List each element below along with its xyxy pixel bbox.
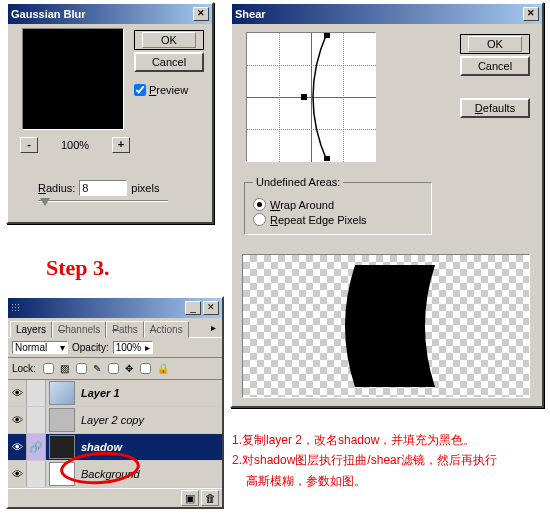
layer-name[interactable]: Layer 1	[78, 387, 222, 399]
dialog-title: Shear	[235, 8, 266, 20]
layer-row[interactable]: 👁 Layer 1	[8, 380, 222, 407]
layer-footer: ▣ 🗑	[8, 488, 222, 507]
repeat-edge-radio[interactable]: Repeat Edge Pixels	[253, 213, 423, 226]
link-cell[interactable]	[27, 380, 46, 406]
link-cell[interactable]	[27, 407, 46, 433]
layer-name[interactable]: Layer 2 copy	[78, 414, 222, 426]
shear-preview	[242, 254, 530, 398]
group-label: Undefined Areas:	[253, 176, 343, 188]
gaussian-blur-dialog: Gaussian Blur ✕ OK Cancel Preview - 100%…	[6, 2, 214, 224]
instruction-line: 高斯模糊，参数如图。	[232, 471, 542, 491]
dialog-title: Gaussian Blur	[11, 8, 86, 20]
svg-rect-2	[324, 156, 330, 161]
layer-name[interactable]: Background	[78, 468, 222, 480]
ok-button[interactable]: OK	[460, 34, 530, 54]
layer-row-selected[interactable]: 👁 🔗 shadow	[8, 434, 222, 461]
blur-preview-area	[22, 28, 124, 130]
sheared-shape	[335, 263, 445, 389]
link-cell[interactable]	[27, 461, 46, 487]
tab-layers[interactable]: Layers	[10, 321, 52, 338]
link-cell[interactable]: 🔗	[27, 434, 46, 460]
svg-rect-0	[324, 33, 330, 38]
instruction-line: 1.复制layer 2，改名shadow，并填充为黑色。	[232, 430, 542, 450]
visibility-icon[interactable]: 👁	[8, 407, 27, 433]
wrap-around-radio[interactable]: Wrap Around	[253, 198, 423, 211]
layer-name[interactable]: shadow	[78, 441, 222, 453]
close-icon[interactable]: ✕	[523, 7, 539, 21]
move-icon: ✥	[125, 363, 133, 374]
lock-icon: 🔒	[157, 363, 169, 374]
cancel-button[interactable]: Cancel	[134, 52, 204, 72]
layers-panel: _ ✕ Layers Channels Paths Actions ▸ Norm…	[6, 296, 224, 509]
lock-transparency[interactable]	[43, 363, 54, 374]
undefined-areas-group: Undefined Areas: Wrap Around Repeat Edge…	[244, 176, 432, 235]
zoom-percent: 100%	[61, 139, 89, 151]
visibility-icon[interactable]: 👁	[8, 380, 27, 406]
panel-menu-icon[interactable]: ▸	[207, 320, 220, 337]
opacity-input[interactable]: 100%▸	[113, 341, 153, 354]
titlebar[interactable]: Shear ✕	[232, 4, 542, 24]
step-label: Step 3.	[46, 255, 110, 281]
layer-thumbnail	[49, 408, 75, 432]
new-layer-icon[interactable]: ▣	[181, 490, 199, 506]
shear-dialog: Shear ✕ OK Cancel Defaults Undefined Are…	[230, 2, 544, 408]
lock-position[interactable]	[108, 363, 119, 374]
close-icon[interactable]: ✕	[203, 301, 219, 315]
layer-list: 👁 Layer 1 👁 Layer 2 copy 👁 🔗 shadow 👁 Ba…	[8, 379, 222, 488]
instructions-text: 1.复制layer 2，改名shadow，并填充为黑色。 2.对shadow图层…	[232, 430, 542, 491]
radius-label: Radius:	[38, 182, 75, 194]
tab-actions[interactable]: Actions	[144, 321, 189, 338]
tab-paths[interactable]: Paths	[106, 321, 144, 338]
blend-mode-select[interactable]: Normal▾	[12, 341, 68, 354]
delete-layer-icon[interactable]: 🗑	[201, 490, 219, 506]
preview-checkbox[interactable]: Preview	[134, 84, 188, 96]
layer-thumbnail	[49, 381, 75, 405]
radius-unit: pixels	[131, 182, 159, 194]
layer-row[interactable]: 👁 Background	[8, 461, 222, 488]
shear-grid[interactable]	[246, 32, 376, 162]
radius-input[interactable]: 8	[79, 180, 127, 196]
close-icon[interactable]: ✕	[193, 7, 209, 21]
grip-icon[interactable]	[11, 303, 19, 313]
layer-thumbnail	[49, 435, 75, 459]
layer-thumbnail	[49, 462, 75, 486]
tab-channels[interactable]: Channels	[52, 321, 106, 338]
titlebar[interactable]: Gaussian Blur ✕	[8, 4, 212, 24]
visibility-icon[interactable]: 👁	[8, 434, 27, 460]
minimize-icon[interactable]: _	[185, 301, 201, 315]
panel-titlebar[interactable]: _ ✕	[8, 298, 222, 318]
defaults-button[interactable]: Defaults	[460, 98, 530, 118]
radius-slider[interactable]	[38, 200, 168, 210]
panel-tabs: Layers Channels Paths Actions ▸	[8, 318, 222, 337]
visibility-icon[interactable]: 👁	[8, 461, 27, 487]
instruction-line: 2.对shadow图层执行扭曲/shear滤镜，然后再执行	[232, 450, 542, 470]
layer-row[interactable]: 👁 Layer 2 copy	[8, 407, 222, 434]
lock-all[interactable]	[140, 363, 151, 374]
zoom-in-button[interactable]: +	[112, 137, 130, 153]
lock-paint[interactable]	[76, 363, 87, 374]
transparency-icon: ▨	[60, 363, 69, 374]
lock-label: Lock:	[12, 363, 36, 374]
ok-button[interactable]: OK	[134, 30, 204, 50]
cancel-button[interactable]: Cancel	[460, 56, 530, 76]
brush-icon: ✎	[93, 363, 101, 374]
zoom-out-button[interactable]: -	[20, 137, 38, 153]
opacity-label: Opacity:	[72, 342, 109, 353]
